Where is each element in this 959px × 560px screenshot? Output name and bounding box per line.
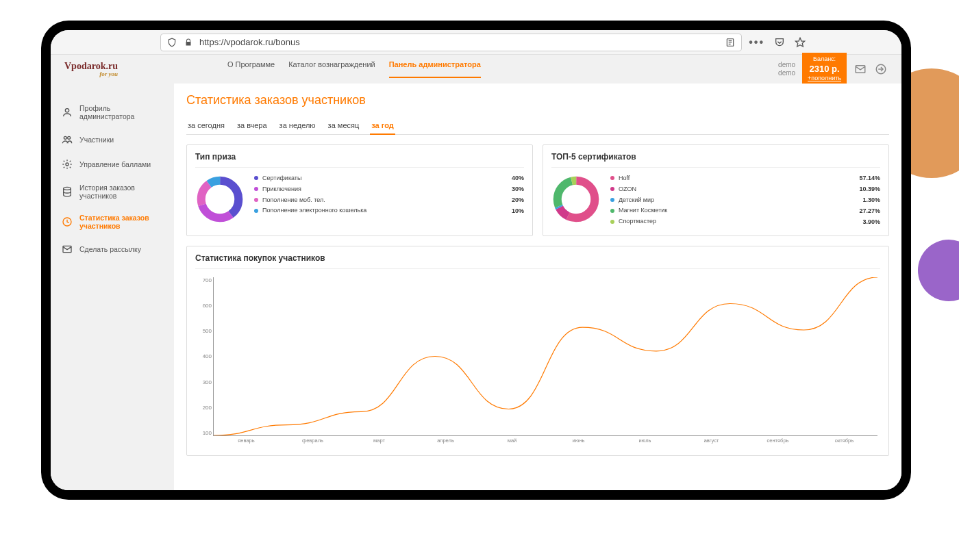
sidebar-item-label: Управление баллами: [79, 160, 151, 168]
site-header: Vpodarok.ru for you О ПрограммеКаталог в…: [51, 55, 901, 84]
legend-value: 10.39%: [859, 186, 880, 192]
legend-row: Сертификаты40%: [254, 175, 524, 182]
card-top5: ТОП-5 сертификатов Hoff57.14%OZON10.39%Д…: [543, 144, 889, 236]
period-tab[interactable]: за вчера: [236, 117, 269, 134]
donut-chart-prize: [195, 175, 245, 224]
legend-label: Пополнение моб. тел.: [262, 196, 506, 204]
legend-label: OZON: [619, 186, 854, 193]
decorative-circle-purple: [918, 240, 959, 301]
clock-icon: [62, 216, 73, 227]
lock-icon: [183, 37, 194, 48]
period-tab[interactable]: за неделю: [278, 117, 317, 134]
legend-value: 40%: [512, 175, 524, 181]
sidebar-item[interactable]: Управление баллами: [51, 152, 174, 177]
sidebar-item[interactable]: Профиль администратора: [51, 97, 174, 127]
main-content: Статистика заказов участников за сегодня…: [174, 84, 901, 490]
user-icon: [62, 107, 73, 118]
legend-value: 20%: [512, 196, 524, 203]
legend-dot: [610, 220, 614, 224]
legend-value: 10%: [512, 207, 524, 214]
shield-icon: [166, 37, 177, 48]
legend-label: Сертификаты: [262, 175, 506, 182]
y-tick: 100: [195, 430, 212, 436]
sidebar-item-label: Статистика заказов участников: [79, 214, 163, 230]
legend-value: 57.14%: [859, 175, 880, 181]
period-tab[interactable]: за год: [370, 117, 395, 135]
mail-icon: [62, 244, 73, 255]
user-sub: demo: [778, 69, 795, 77]
period-tab[interactable]: за месяц: [327, 117, 361, 134]
legend-label: Приключения: [262, 186, 506, 193]
x-tick: январь: [213, 437, 279, 448]
legend-label: Магнит Косметик: [619, 207, 854, 214]
sidebar-item-label: История заказов участников: [79, 183, 163, 200]
database-icon: [62, 186, 73, 197]
y-tick: 400: [195, 353, 212, 359]
nav-item[interactable]: Каталог вознаграждений: [288, 60, 375, 78]
main-nav: О ПрограммеКаталог вознагражденийПанель …: [227, 60, 481, 78]
nav-item[interactable]: О Программе: [227, 60, 275, 78]
legend-label: Пополнение электронного кошелька: [262, 207, 506, 214]
user-name: demo: [778, 61, 795, 69]
legend-dot: [254, 209, 258, 213]
svg-marker-4: [795, 38, 804, 47]
user-block: demo demo: [778, 61, 795, 77]
logout-icon[interactable]: [874, 62, 888, 76]
sidebar-item-label: Сделать рассылку: [79, 245, 141, 253]
legend-row: Пополнение электронного кошелька10%: [254, 207, 524, 214]
y-tick: 700: [195, 277, 212, 283]
svg-point-10: [68, 136, 71, 139]
users-icon: [62, 134, 73, 145]
card-purchase-stats: Статистика покупок участников 7006005004…: [186, 246, 889, 456]
url-field[interactable]: https://vpodarok.ru/bonus: [160, 34, 742, 51]
legend-row: Детский мир1.30%: [610, 196, 880, 204]
y-tick: 600: [195, 303, 212, 309]
sidebar-item[interactable]: Сделать рассылку: [51, 237, 174, 262]
svg-point-8: [65, 109, 68, 112]
legend-dot: [610, 209, 614, 213]
reader-icon[interactable]: [725, 37, 736, 48]
nav-item[interactable]: Панель администратора: [389, 60, 481, 78]
legend-dot: [610, 176, 614, 180]
legend-row: Спортмастер3.90%: [610, 218, 880, 225]
url-text: https://vpodarok.ru/bonus: [199, 37, 300, 47]
balance-topup-link[interactable]: +пополнить: [808, 75, 841, 83]
legend-top5: Hoff57.14%OZON10.39%Детский мир1.30%Магн…: [610, 175, 880, 229]
mail-icon[interactable]: [854, 62, 867, 76]
period-tab[interactable]: за сегодня: [186, 117, 226, 134]
sidebar: Профиль администратораУчастникиУправлени…: [51, 84, 174, 490]
legend-label: Спортмастер: [619, 218, 857, 225]
device-frame: https://vpodarok.ru/bonus ••• Vpodarok.r…: [41, 21, 911, 500]
period-tabs: за сегодняза вчераза неделюза месяцза го…: [186, 117, 889, 135]
page-title: Статистика заказов участников: [186, 93, 889, 107]
x-tick: август: [678, 437, 745, 448]
y-tick: 500: [195, 328, 212, 334]
y-tick: 300: [195, 379, 212, 385]
sidebar-item[interactable]: Статистика заказов участников: [51, 207, 174, 237]
logo-subtext: for you: [64, 71, 118, 77]
x-tick: май: [479, 437, 545, 448]
svg-point-9: [64, 136, 66, 139]
legend-value: 27.27%: [859, 207, 880, 214]
line-chart: 700600500400300200100 январьфевральмарта…: [195, 277, 880, 448]
star-icon[interactable]: [795, 37, 806, 48]
pocket-icon[interactable]: [774, 37, 785, 48]
browser-url-bar: https://vpodarok.ru/bonus •••: [51, 30, 901, 55]
sidebar-item[interactable]: История заказов участников: [51, 177, 174, 207]
y-tick: 200: [195, 405, 212, 411]
browser-window: https://vpodarok.ru/bonus ••• Vpodarok.r…: [51, 30, 901, 490]
chart-plot-area: [213, 277, 877, 436]
y-axis: 700600500400300200100: [195, 277, 212, 436]
sidebar-item[interactable]: Участники: [51, 127, 174, 152]
x-tick: апрель: [412, 437, 479, 448]
svg-point-11: [66, 163, 68, 166]
more-icon[interactable]: •••: [749, 36, 764, 49]
legend-value: 30%: [512, 186, 524, 192]
site-logo[interactable]: Vpodarok.ru for you: [64, 61, 118, 77]
sidebar-item-label: Участники: [79, 136, 114, 144]
balance-block: Баланс: 2310 р. +пополнить: [802, 53, 847, 86]
legend-row: Приключения30%: [254, 186, 524, 193]
gear-icon: [62, 159, 73, 170]
balance-value: 2310 р.: [808, 64, 841, 75]
legend-dot: [254, 176, 258, 180]
